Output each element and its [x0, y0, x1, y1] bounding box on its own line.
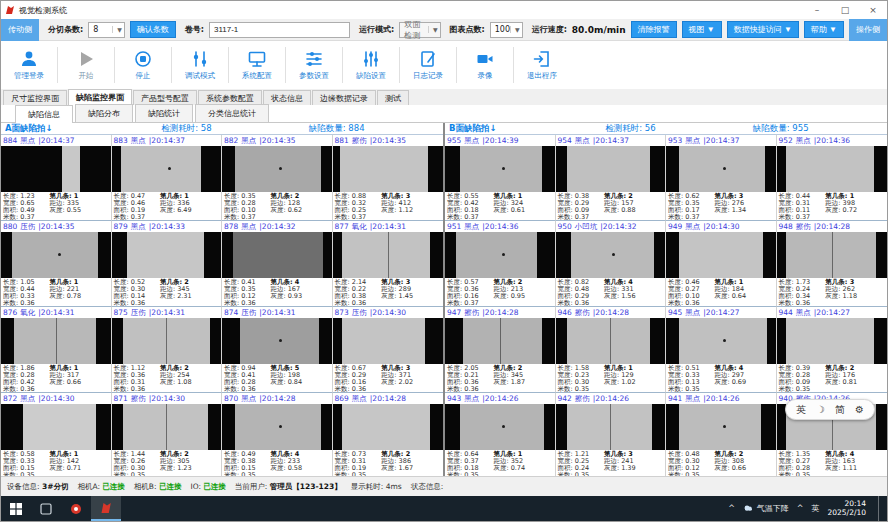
defect-cell[interactable]: 873压伤|20:14:30长度: 0.67宽度: 0.29面积: 0.16米数… — [333, 307, 444, 393]
subtab-缺陷统计[interactable]: 缺陷统计 — [135, 104, 193, 122]
weather-widget[interactable]: 气温下降 — [743, 503, 789, 514]
defect-cell[interactable]: 951黑点|20:14:36长度: 0.57宽度: 0.36面积: 0.16米数… — [445, 221, 556, 307]
defect-cell[interactable]: 881擦伤|20:14:35长度: 0.88宽度: 0.32面积: 0.25米数… — [333, 135, 444, 221]
defect-info: 长度: 2.05宽度: 0.21面积: 0.36米数: 0.36第几条: 2距边… — [445, 364, 555, 393]
tab-状态信息[interactable]: 状态信息 — [263, 90, 311, 105]
action-defect-settings-button[interactable]: 缺陷设置 — [345, 41, 397, 89]
defect-info: 长度: 1.44宽度: 0.26面积: 0.30米数: 0.35第几条: 2距边… — [112, 450, 222, 476]
minimize-icon[interactable]: – — [803, 1, 831, 19]
defect-cell[interactable]: 870黑点|20:14:28长度: 0.49宽度: 0.38面积: 0.15米数… — [222, 393, 333, 476]
subtab-缺陷分布[interactable]: 缺陷分布 — [75, 104, 133, 122]
roll-number-input[interactable] — [209, 22, 350, 38]
defect-cell[interactable]: 877氧化|20:14:31长度: 2.14宽度: 0.22面积: 0.38米数… — [333, 221, 444, 307]
defect-cell[interactable]: 879黑点|20:14:33长度: 0.52宽度: 0.30面积: 0.14米数… — [112, 221, 223, 307]
defect-cell[interactable]: 952黑点|20:14:36长度: 0.44宽度: 0.31面积: 0.11米数… — [777, 135, 888, 221]
tab-产品型号配置[interactable]: 产品型号配置 — [133, 90, 197, 105]
defect-cell[interactable]: 884黑点|20:14:37长度: 1.23宽度: 0.65面积: 0.49米数… — [1, 135, 112, 221]
action-play-button[interactable]: 开始 — [60, 41, 112, 89]
defect-cell[interactable]: 874压伤|20:14:31长度: 0.94宽度: 0.41面积: 0.28米数… — [222, 307, 333, 393]
ime-lang-toggle[interactable]: 英 — [796, 403, 806, 417]
ime-toolbar[interactable]: 英☽简⚙ — [785, 399, 875, 420]
view-menu-button[interactable]: 视图 ▼ — [682, 21, 722, 38]
clear-alarm-button[interactable]: 清除报警 — [631, 21, 677, 38]
drive-side-button[interactable]: 传动侧 — [1, 19, 39, 41]
ime-settings-gear-icon[interactable]: ⚙ — [855, 404, 864, 415]
defect-cell[interactable]: 942擦伤|20:14:26长度: 1.21宽度: 0.25面积: 0.24米数… — [556, 393, 667, 476]
defect-type: 擦伤 — [464, 308, 479, 318]
tab-边缘数据记录[interactable]: 边缘数据记录 — [312, 90, 376, 105]
action-debug-button[interactable]: 调试模式 — [174, 41, 226, 89]
defect-position: 第几条: 3距边: 276灰度: 1.34 — [714, 193, 773, 221]
defect-type: 黑点 — [20, 136, 35, 146]
action-monitor-button[interactable]: 系统配置 — [231, 41, 283, 89]
defect-cell[interactable]: 945黑点|20:14:27长度: 0.51宽度: 0.33面积: 0.13米数… — [666, 307, 777, 393]
ime-moon-icon[interactable]: ☽ — [816, 404, 825, 415]
confirm-strips-button[interactable]: 确认条数 — [130, 21, 176, 38]
defect-cell[interactable]: 880压伤|20:14:35长度: 1.05宽度: 0.44面积: 0.33米数… — [1, 221, 112, 307]
defect-cell[interactable]: 943黑点|20:14:26长度: 0.64宽度: 0.37面积: 0.18米数… — [445, 393, 556, 476]
close-icon[interactable]: × — [859, 1, 887, 19]
tab-系统参数配置[interactable]: 系统参数配置 — [198, 90, 262, 105]
data-quick-access-button[interactable]: 数据快捷访问 ▼ — [727, 21, 799, 38]
defect-image — [333, 232, 444, 278]
chart-points-select[interactable]: 100▼ — [490, 22, 523, 38]
strip-count-select[interactable]: 8▼ — [88, 22, 125, 38]
taskbar-app-icon-1[interactable] — [31, 496, 61, 521]
subtab-分类信息统计[interactable]: 分类信息统计 — [195, 104, 269, 122]
defect-cell[interactable]: 944黑点|20:14:27长度: 0.39宽度: 0.28面积: 0.09米数… — [777, 307, 888, 393]
defect-cell[interactable]: 876氧化|20:14:31长度: 1.86宽度: 0.28面积: 0.42米数… — [1, 307, 112, 393]
defect-id: 870 — [224, 394, 238, 403]
action-params-button[interactable]: 参数设置 — [288, 41, 340, 89]
defect-measures: 长度: 0.41宽度: 0.35面积: 0.12米数: 0.36 — [224, 279, 270, 307]
defect-cell[interactable]: 941黑点|20:14:26长度: 0.48宽度: 0.30面积: 0.12米数… — [666, 393, 777, 476]
defect-info: 长度: 0.58宽度: 0.33面积: 0.15米数: 0.35第几条: 1距边… — [1, 450, 111, 476]
action-log-button[interactable]: 日志记录 — [402, 41, 454, 89]
defect-cell[interactable]: 947擦伤|20:14:28长度: 2.05宽度: 0.21面积: 0.36米数… — [445, 307, 556, 393]
defect-type: 黑点 — [352, 394, 367, 404]
tab-尺寸监控界面[interactable]: 尺寸监控界面 — [3, 90, 67, 105]
run-mode-select[interactable]: 双面检测▼ — [399, 22, 440, 38]
defect-cell[interactable]: 883黑点|20:14:37长度: 0.47宽度: 0.46面积: 0.19米数… — [112, 135, 223, 221]
defect-cell[interactable]: 871擦伤|20:14:30长度: 1.44宽度: 0.26面积: 0.30米数… — [112, 393, 223, 476]
defect-type: 黑点 — [464, 394, 479, 404]
defect-position: 第几条: 4距边: 233灰度: 0.58 — [270, 451, 329, 476]
taskbar-app-icon-2[interactable] — [61, 496, 91, 521]
defect-cell[interactable]: 878黑点|20:14:32长度: 0.41宽度: 0.35面积: 0.12米数… — [222, 221, 333, 307]
defect-cell[interactable]: 872黑点|20:14:30长度: 0.58宽度: 0.33面积: 0.15米数… — [1, 393, 112, 476]
action-user-button[interactable]: 管理登录 — [3, 41, 55, 89]
start-button[interactable] — [1, 496, 31, 521]
tray-expand-icon[interactable]: ^ — [728, 504, 735, 513]
taskbar-app-icon-vision-system[interactable] — [91, 496, 121, 521]
defect-cell[interactable]: 950小凹坑|20:14:32长度: 0.82宽度: 0.48面积: 0.29米… — [556, 221, 667, 307]
operator-side-button[interactable]: 操作侧 — [849, 19, 887, 41]
defect-cell[interactable]: 948擦伤|20:14:28长度: 1.73宽度: 0.24面积: 0.34米数… — [777, 221, 888, 307]
defect-cell[interactable]: 949黑点|20:14:30长度: 0.46宽度: 0.27面积: 0.10米数… — [666, 221, 777, 307]
input-language-indicator[interactable]: 英 — [812, 503, 820, 514]
defect-cell[interactable]: 882黑点|20:14:35长度: 0.35宽度: 0.28面积: 0.10米数… — [222, 135, 333, 221]
action-camera-button[interactable]: 录像 — [459, 41, 511, 89]
taskbar-clock[interactable]: 20:14 2025/2/10 — [828, 500, 866, 517]
defect-info: 长度: 0.51宽度: 0.33面积: 0.13米数: 0.35第几条: 4距边… — [666, 364, 776, 393]
defect-info: 长度: 1.58宽度: 0.23面积: 0.30米数: 0.35第几条: 1距边… — [556, 364, 666, 393]
defect-cell[interactable]: 955黑点|20:14:39长度: 0.55宽度: 0.42面积: 0.18米数… — [445, 135, 556, 221]
tab-测试[interactable]: 测试 — [377, 90, 409, 105]
action-stop-button[interactable]: 停止 — [117, 41, 169, 89]
ime-simplified-toggle[interactable]: 简 — [835, 403, 845, 417]
defect-cell[interactable]: 875压伤|20:14:31长度: 1.12宽度: 0.36面积: 0.31米数… — [112, 307, 223, 393]
subtab-缺陷信息[interactable]: 缺陷信息 — [15, 105, 73, 123]
defect-cell[interactable]: 869黑点|20:14:28长度: 0.73宽度: 0.31面积: 0.19米数… — [333, 393, 444, 476]
action-exit-button[interactable]: 退出程序 — [516, 41, 568, 89]
tray-caret-icon[interactable]: ^ — [797, 504, 804, 513]
tab-缺陷监控界面[interactable]: 缺陷监控界面 — [68, 89, 132, 105]
maximize-icon[interactable]: □ — [831, 1, 859, 19]
defect-image — [445, 318, 555, 364]
defect-panel-A: A面缺陷拍↓检测耗时: 58缺陷数量: 884884黑点|20:14:37长度:… — [1, 123, 443, 476]
show-desktop-button[interactable] — [878, 496, 881, 521]
current-user-label: 当前用户: — [235, 482, 268, 491]
help-menu-button[interactable]: 帮助 ▼ — [804, 21, 844, 38]
defect-image — [222, 404, 332, 450]
defect-cell[interactable]: 946擦伤|20:14:28长度: 1.58宽度: 0.23面积: 0.30米数… — [556, 307, 667, 393]
defect-cell[interactable]: 953黑点|20:14:37长度: 0.62宽度: 0.35面积: 0.17米数… — [666, 135, 777, 221]
defect-image — [112, 404, 222, 450]
defect-cell[interactable]: 954黑点|20:14:37长度: 0.38宽度: 0.29面积: 0.09米数… — [556, 135, 667, 221]
